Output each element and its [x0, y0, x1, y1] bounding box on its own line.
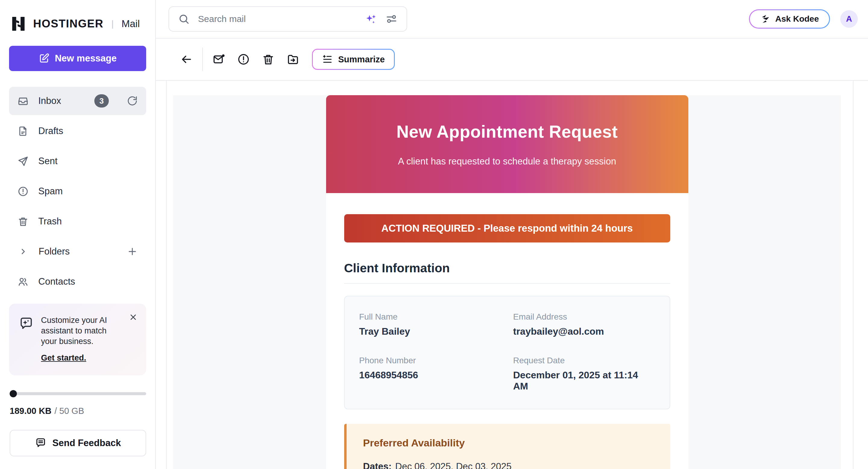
- avatar[interactable]: A: [840, 10, 858, 28]
- sidebar-nav: Inbox 3 Drafts: [9, 87, 146, 296]
- ask-kodee-button[interactable]: Ask Kodee: [749, 9, 830, 29]
- sidebar-item-sent[interactable]: Sent: [9, 147, 146, 175]
- spam-icon: [18, 186, 29, 197]
- move-folder-icon: [287, 53, 299, 66]
- client-info-card: Full Name Tray Bailey Email Address tray…: [344, 296, 670, 409]
- field-phone-number: Phone Number 16468954856: [359, 356, 501, 392]
- mail-pane: New Appointment Request A client has req…: [156, 81, 868, 469]
- summarize-icon: [322, 54, 333, 65]
- report-spam-button[interactable]: [237, 53, 250, 66]
- sidebar-item-label: Contacts: [38, 276, 75, 287]
- inbox-unread-badge: 3: [94, 94, 109, 107]
- storage-progress-dot: [10, 390, 17, 397]
- move-to-folder-button[interactable]: [286, 53, 300, 66]
- storage-bar: [10, 392, 146, 395]
- filter-sliders-icon[interactable]: [385, 13, 398, 25]
- field-email-address: Email Address traybailey@aol.com: [513, 312, 655, 337]
- ai-assistant-card: Customize your AI assistant to match you…: [9, 304, 146, 375]
- main-area: Ask Kodee A: [156, 0, 868, 469]
- trash-icon: [262, 53, 275, 66]
- sidebar-item-label: Sent: [38, 156, 58, 167]
- storage-used: 189.00 KB: [10, 406, 52, 416]
- search-box[interactable]: [168, 6, 407, 32]
- dates-label: Dates:: [363, 461, 392, 469]
- summarize-inner: Summarize: [313, 50, 394, 69]
- send-feedback-label: Send Feedback: [53, 438, 121, 448]
- field-value: traybailey@aol.com: [513, 326, 655, 337]
- contacts-icon: [18, 276, 29, 288]
- chevron-right-icon[interactable]: [19, 247, 28, 256]
- chat-sparkle-icon: [19, 316, 34, 331]
- envelope-dot-icon: [213, 53, 225, 66]
- sidebar-item-inbox[interactable]: Inbox 3: [9, 87, 146, 115]
- sidebar: HOSTINGER | Mail New message Inbox 3: [0, 0, 156, 469]
- email-hero-header: New Appointment Request A client has req…: [326, 95, 688, 193]
- email-subtitle: A client has requested to schedule a the…: [398, 156, 616, 167]
- search-icon: [178, 13, 190, 25]
- new-message-label: New message: [55, 53, 117, 64]
- sidebar-item-label: Trash: [38, 216, 62, 227]
- preferred-availability-box: Preferred Availability Dates:Dec 06, 202…: [344, 424, 670, 469]
- field-label: Request Date: [513, 356, 655, 365]
- brand-separator: |: [111, 19, 114, 29]
- ask-kodee-label: Ask Kodee: [775, 14, 819, 24]
- get-started-link[interactable]: Get started.: [41, 353, 86, 363]
- alert-circle-icon: [237, 53, 250, 66]
- sidebar-spacer: [0, 296, 155, 304]
- action-required-banner: ACTION REQUIRED - Please respond within …: [344, 214, 670, 242]
- field-label: Phone Number: [359, 356, 501, 365]
- ai-card-body: Customize your AI assistant to match you…: [41, 315, 122, 363]
- availability-heading: Preferred Availability: [363, 437, 654, 449]
- mail-surface: New Appointment Request A client has req…: [166, 81, 854, 469]
- summarize-label: Summarize: [338, 55, 385, 64]
- add-folder-icon[interactable]: [127, 246, 138, 257]
- summarize-button[interactable]: Summarize: [312, 49, 395, 70]
- topbar: Ask Kodee A: [156, 0, 868, 39]
- delete-button[interactable]: [261, 53, 275, 66]
- kodee-icon: [760, 14, 770, 24]
- drafts-icon: [18, 126, 29, 137]
- search-input[interactable]: [197, 13, 357, 24]
- sidebar-item-spam[interactable]: Spam: [9, 177, 146, 205]
- storage-text: 189.00 KB/ 50 GB: [10, 406, 146, 416]
- sidebar-item-label: Drafts: [38, 126, 63, 136]
- storage-meter: 189.00 KB/ 50 GB: [10, 392, 146, 416]
- email-body: ACTION REQUIRED - Please respond within …: [326, 193, 688, 469]
- brand-product: Mail: [121, 18, 140, 30]
- brand: HOSTINGER | Mail: [0, 0, 155, 33]
- mark-unread-button[interactable]: [212, 53, 226, 66]
- sidebar-item-label: Folders: [38, 246, 70, 257]
- close-icon[interactable]: [129, 313, 138, 322]
- refresh-icon[interactable]: [127, 96, 138, 106]
- inbox-icon: [18, 96, 29, 107]
- sidebar-item-trash[interactable]: Trash: [9, 207, 146, 236]
- section-divider: [344, 283, 670, 284]
- field-label: Full Name: [359, 312, 501, 322]
- field-request-date: Request Date December 01, 2025 at 11:14 …: [513, 356, 655, 392]
- trash-icon: [18, 216, 29, 227]
- ask-kodee-inner: Ask Kodee: [750, 10, 829, 28]
- send-feedback-button[interactable]: Send Feedback: [10, 430, 146, 456]
- feedback-bubble-icon: [35, 437, 46, 449]
- sidebar-item-contacts[interactable]: Contacts: [9, 267, 146, 296]
- field-value: December 01, 2025 at 11:14 AM: [513, 370, 655, 392]
- email-toolbar: Summarize: [156, 39, 868, 81]
- field-full-name: Full Name Tray Bailey: [359, 312, 501, 337]
- new-message-button[interactable]: New message: [9, 46, 146, 71]
- sidebar-item-label: Inbox: [38, 96, 61, 106]
- sent-icon: [18, 156, 29, 167]
- dates-value: Dec 06, 2025, Dec 03, 2025: [395, 461, 512, 469]
- email-title: New Appointment Request: [396, 122, 618, 141]
- email-message: New Appointment Request A client has req…: [326, 95, 688, 469]
- ai-sparkles-icon[interactable]: [365, 13, 378, 25]
- app-window: HOSTINGER | Mail New message Inbox 3: [0, 0, 868, 469]
- client-information-heading: Client Information: [344, 261, 670, 275]
- brand-name: HOSTINGER: [33, 18, 103, 30]
- back-button[interactable]: [179, 53, 193, 66]
- sidebar-item-folders[interactable]: Folders: [9, 237, 146, 266]
- field-value: 16468954856: [359, 370, 501, 381]
- toolbar-divider: [202, 47, 203, 71]
- back-arrow-icon: [180, 53, 193, 66]
- field-value: Tray Bailey: [359, 326, 501, 337]
- sidebar-item-drafts[interactable]: Drafts: [9, 117, 146, 145]
